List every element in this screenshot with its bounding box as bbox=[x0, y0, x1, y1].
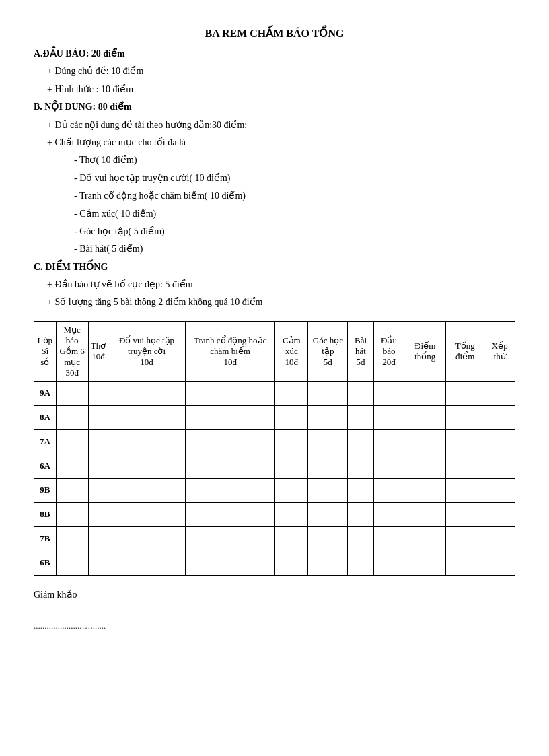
table-row: 7B bbox=[34, 526, 515, 551]
col-header-do-vui: Đố vui học tập truyện cời 10đ bbox=[108, 321, 186, 381]
col-header-tong-diem: Tổng điểm bbox=[446, 321, 484, 381]
section-a-item-1: + Đúng chủ đề: 10 điểm bbox=[47, 64, 515, 79]
col-header-goc-hoc-tap: Góc học tập 5đ bbox=[308, 321, 348, 381]
col-header-muc-bao: Mục báo Gồm 6 mục 30đ bbox=[56, 321, 88, 381]
col-header-bai-hat: Bài hát 5đ bbox=[348, 321, 373, 381]
table-row: 6A bbox=[34, 454, 515, 478]
row-8a: 8A bbox=[34, 405, 57, 429]
judge-section: Giám khảo bbox=[34, 589, 515, 600]
section-c: C. ĐIỂM THỐNG bbox=[34, 260, 515, 275]
row-7b: 7B bbox=[34, 526, 57, 551]
table-row: 7A bbox=[34, 429, 515, 454]
signature: ......................…....... bbox=[34, 621, 106, 631]
table-header-row: Lớp Sĩ số Mục báo Gồm 6 mục 30đ Thơ 10đ … bbox=[34, 321, 515, 381]
section-a-item-2: + Hình thức : 10 điểm bbox=[47, 82, 515, 97]
page-title: BA REM CHẤM BÁO TỔNG bbox=[34, 27, 515, 40]
row-9a: 9A bbox=[34, 381, 57, 405]
scoring-table: Lớp Sĩ số Mục báo Gồm 6 mục 30đ Thơ 10đ … bbox=[34, 321, 515, 576]
section-c-item-1: + Đầu báo tự vẽ bố cục đẹp: 5 điểm bbox=[47, 277, 515, 292]
section-b-subitem-3: - Tranh cổ động hoặc chăm biếm( 10 điểm) bbox=[74, 188, 515, 203]
row-7a: 7A bbox=[34, 429, 57, 454]
section-b-header: B. NỘI DUNG: 80 điểm bbox=[34, 102, 132, 112]
col-header-diem-thong: Điểm thống bbox=[404, 321, 446, 381]
section-b-subitem-6: - Bài hát( 5 điểm) bbox=[74, 242, 515, 256]
col-header-xep-thu: Xếp thứ bbox=[484, 321, 515, 381]
section-b-subitem-5: - Góc học tập( 5 điểm) bbox=[74, 224, 515, 239]
section-a: A.ĐẦU BÁO: 20 điểm bbox=[34, 46, 515, 61]
table-row: 6B bbox=[34, 551, 515, 575]
table-row: 8B bbox=[34, 502, 515, 526]
row-6b: 6B bbox=[34, 551, 57, 575]
table-row: 9A bbox=[34, 381, 515, 405]
section-b-subitem-1: - Thơ( 10 điểm) bbox=[74, 153, 515, 168]
signature-line: ......................…....... bbox=[34, 621, 515, 631]
col-header-dau-bao: Đầu báo 20đ bbox=[373, 321, 404, 381]
col-header-cam-xuc: Cảm xúc 10đ bbox=[275, 321, 308, 381]
col-header-tranh-co-dong: Tranh cổ động hoặc chăm biếm 10đ bbox=[185, 321, 275, 381]
judge-label: Giám khảo bbox=[34, 590, 77, 600]
section-b-subitem-2: - Đố vui học tập truyện cười( 10 điểm) bbox=[74, 171, 515, 186]
section-b: B. NỘI DUNG: 80 điểm bbox=[34, 100, 515, 114]
col-header-lop: Lớp Sĩ số bbox=[34, 321, 57, 381]
section-c-header: C. ĐIỂM THỐNG bbox=[34, 262, 108, 272]
row-8b: 8B bbox=[34, 502, 57, 526]
table-row: 9B bbox=[34, 478, 515, 502]
section-c-item-2: + Số lượng tăng 5 bài thông 2 điểm không… bbox=[47, 295, 515, 310]
col-header-tho: Thơ 10đ bbox=[88, 321, 108, 381]
row-6a: 6A bbox=[34, 454, 57, 478]
table-row: 8A bbox=[34, 405, 515, 429]
section-a-header: A.ĐẦU BÁO: 20 điểm bbox=[34, 48, 125, 59]
section-b-subitem-4: - Cảm xúc( 10 điểm) bbox=[74, 207, 515, 221]
section-b-item-1: + Đủ các nội dung đề tài theo hướng dẫn:… bbox=[47, 118, 515, 133]
row-9b: 9B bbox=[34, 478, 57, 502]
section-b-item-2: + Chất lượng các mục cho tối đa là bbox=[47, 135, 515, 150]
